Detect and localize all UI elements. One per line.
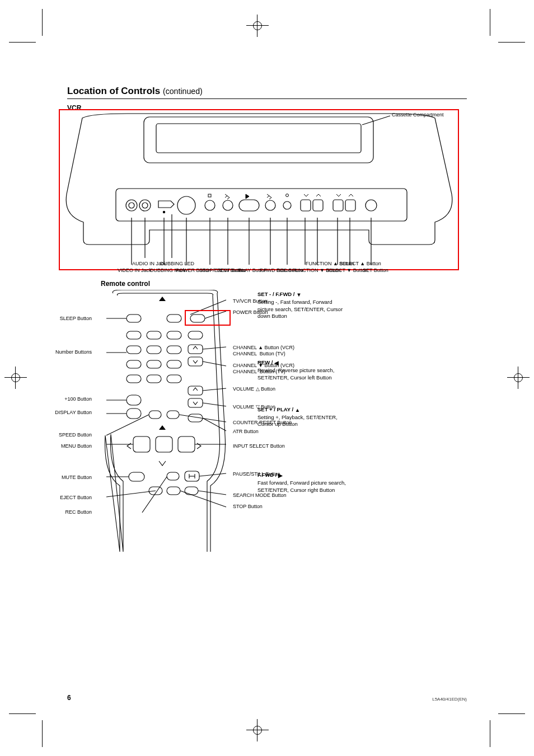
svg-rect-57	[127, 395, 141, 405]
svg-line-94	[180, 491, 226, 507]
svg-line-86	[203, 361, 226, 366]
svg-rect-47	[127, 360, 141, 368]
label-atr: ATR Button	[233, 429, 259, 435]
svg-rect-46	[167, 346, 181, 354]
svg-rect-39	[190, 314, 205, 322]
svg-line-93	[198, 491, 226, 495]
svg-point-3	[126, 200, 137, 211]
label-rec2: REC Button	[65, 509, 92, 515]
svg-point-4	[129, 203, 134, 208]
svg-rect-41	[147, 331, 161, 339]
label-stop: STOP Button	[233, 504, 263, 510]
vcr-figure	[59, 109, 459, 270]
footer-id: L5A40/41ED(EN)	[432, 697, 467, 702]
svg-rect-45	[147, 346, 161, 354]
svg-rect-37	[127, 314, 141, 322]
svg-rect-48	[147, 360, 161, 368]
label-menu: MENU Button	[61, 443, 92, 449]
label-cassette: Cassette Compartment	[392, 112, 444, 118]
label-sel-down: SELECT ▼ Button	[326, 267, 368, 274]
svg-line-84	[190, 300, 226, 314]
svg-point-9	[205, 200, 215, 210]
svg-line-92	[199, 473, 226, 476]
svg-rect-62	[133, 436, 150, 452]
svg-rect-56	[188, 398, 203, 407]
svg-rect-49	[167, 360, 181, 368]
triangle-left-icon: ◀	[274, 360, 279, 367]
label-speed: SPEED Button	[59, 432, 92, 438]
svg-rect-63	[178, 436, 195, 452]
svg-rect-17	[345, 200, 355, 211]
svg-point-18	[366, 200, 377, 211]
label-numbers: Number Buttons	[55, 349, 92, 355]
triangle-up-icon: ▲	[295, 407, 300, 414]
title-main: Location of Controls	[67, 86, 160, 96]
svg-rect-73	[185, 487, 198, 495]
svg-rect-44	[127, 346, 141, 354]
svg-point-8	[177, 196, 195, 214]
svg-rect-60	[167, 411, 179, 419]
svg-point-5	[139, 200, 151, 211]
triangle-down-icon: ▼	[296, 292, 301, 299]
triangle-right-icon: ▶	[278, 472, 283, 480]
svg-rect-42	[167, 331, 181, 339]
svg-rect-38	[167, 314, 181, 322]
svg-rect-1	[156, 124, 361, 153]
label-set: SET Button	[363, 267, 388, 274]
multi-item-0: SET - / F.FWD / ▼ Setting -, Fast forwar…	[257, 291, 470, 320]
svg-rect-14	[301, 200, 311, 211]
svg-line-82	[142, 477, 167, 513]
title-rule	[67, 98, 467, 99]
label-display: DISPLAY Button	[55, 410, 92, 416]
svg-line-83	[205, 311, 226, 318]
svg-rect-58	[127, 408, 141, 419]
multi-item-3: F.FWD / ▶ Fast forward, Forward picture …	[257, 472, 470, 494]
label-dubbing-led: DUBBING LED	[160, 261, 194, 267]
page-title: Location of Controls (continued)	[67, 85, 203, 97]
svg-point-6	[142, 203, 148, 208]
label-p100: +100 Button	[64, 396, 92, 402]
svg-rect-40	[127, 331, 141, 339]
svg-rect-19	[208, 194, 211, 197]
svg-line-78	[106, 415, 149, 435]
svg-rect-15	[313, 200, 323, 211]
multi-item-1: REW / ◀ Rewind, Reverse picture search, …	[257, 359, 470, 381]
section-remote-heading: Remote control	[101, 280, 150, 288]
title-cont: (continued)	[163, 87, 203, 96]
svg-rect-2	[116, 189, 407, 221]
svg-rect-51	[147, 375, 161, 383]
svg-point-12	[265, 200, 275, 210]
svg-rect-16	[333, 200, 343, 211]
svg-rect-64	[156, 436, 172, 452]
svg-point-13	[283, 201, 291, 209]
svg-rect-50	[127, 375, 141, 383]
svg-rect-43	[188, 331, 203, 339]
remote-figure	[101, 290, 229, 553]
multi-function-notes: SET - / F.FWD / ▼ Setting -, Fast forwar…	[257, 291, 470, 499]
svg-line-81	[106, 491, 156, 497]
label-sel-up: SELECT ▲ Button	[339, 261, 381, 267]
svg-rect-72	[167, 487, 180, 495]
svg-line-88	[203, 403, 226, 406]
label-video-in: VIDEO IN Jack	[118, 267, 152, 274]
multi-item-2: SET + / PLAY / ▲ Setting +, Playback, SE…	[257, 406, 470, 428]
svg-point-10	[223, 200, 233, 210]
svg-line-85	[203, 347, 226, 349]
svg-rect-59	[149, 411, 161, 419]
svg-point-7	[163, 211, 165, 213]
svg-rect-11	[239, 200, 259, 211]
svg-rect-54	[188, 357, 203, 366]
label-sleep: SLEEP Button	[60, 316, 92, 322]
label-eject: EJECT Button	[60, 495, 92, 501]
svg-rect-66	[167, 472, 179, 480]
svg-point-20	[286, 194, 289, 197]
label-mute: MUTE Button	[62, 475, 92, 481]
page-number: 6	[67, 694, 71, 702]
svg-rect-52	[167, 375, 181, 383]
svg-rect-65	[129, 472, 144, 481]
